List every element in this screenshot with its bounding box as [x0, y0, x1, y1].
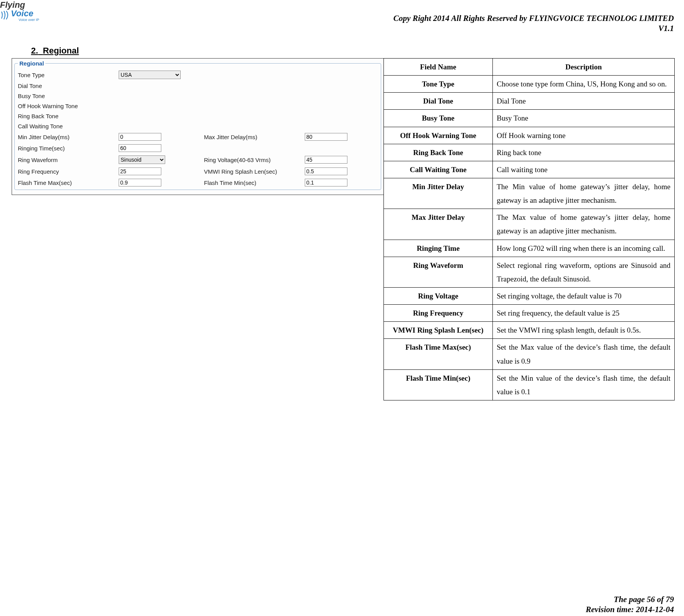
label-max-jitter: Max Jitter Delay(ms)	[204, 134, 305, 140]
label-call-waiting: Call Waiting Tone	[18, 123, 119, 129]
table-head-desc: Description	[493, 59, 675, 76]
table-row: Ring Back ToneRing back tone	[384, 144, 675, 161]
table-row: Busy ToneBusy Tone	[384, 110, 675, 127]
label-tone-type: Tone Type	[18, 72, 119, 78]
sound-wave-icon	[1, 11, 12, 20]
table-row: Tone TypeChoose tone type form China, US…	[384, 76, 675, 93]
page-number: The page 56 of 79	[586, 594, 674, 604]
input-min-jitter[interactable]	[119, 133, 161, 141]
table-row: Ring WaveformSelect regional ring wavefo…	[384, 257, 675, 287]
label-vmwi: VMWI Ring Splash Len(sec)	[204, 168, 305, 175]
label-flash-min: Flash Time Min(sec)	[204, 179, 305, 186]
table-head-field: Field Name	[384, 59, 493, 76]
label-ring-waveform: Ring Waveform	[18, 157, 119, 163]
label-ring-frequency: Ring Frequency	[18, 168, 119, 175]
input-ring-voltage[interactable]	[305, 156, 347, 164]
label-ringing-time: Ringing Time(sec)	[18, 145, 119, 152]
select-ring-waveform[interactable]: Sinusoid	[119, 155, 165, 164]
table-row: Dial ToneDial Tone	[384, 93, 675, 110]
input-ringing-time[interactable]	[119, 144, 161, 152]
table-row: Off Hook Warning ToneOff Hook warning to…	[384, 127, 675, 144]
field-description-table: Field Name Description Tone TypeChoose t…	[383, 58, 675, 400]
input-flash-min[interactable]	[305, 179, 347, 186]
page-footer: The page 56 of 79 Revision time: 2014-12…	[586, 594, 674, 615]
logo-subtext: Voice over IP	[19, 18, 54, 22]
input-vmwi[interactable]	[305, 167, 347, 175]
logo-text-2: Voice	[11, 9, 54, 19]
select-tone-type[interactable]: USA	[119, 71, 181, 79]
copyright-text: Copy Right 2014 All Rights Reserved by F…	[393, 13, 674, 23]
input-max-jitter[interactable]	[305, 133, 347, 141]
revision-time: Revision time: 2014-12-04	[586, 604, 674, 614]
regional-settings-screenshot: Regional Tone Type USA Dial Tone Busy To…	[12, 58, 384, 195]
page-header: Copy Right 2014 All Rights Reserved by F…	[393, 13, 674, 34]
table-row: Ring VoltageSet ringing voltage, the def…	[384, 287, 675, 304]
regional-fieldset: Regional Tone Type USA Dial Tone Busy To…	[14, 60, 381, 190]
input-ring-frequency[interactable]	[119, 167, 161, 175]
table-row: VMWI Ring Splash Len(sec)Set the VMWI ri…	[384, 322, 675, 339]
fieldset-legend: Regional	[18, 60, 45, 67]
label-busy-tone: Busy Tone	[18, 93, 119, 99]
table-row: Call Waiting ToneCall waiting tone	[384, 161, 675, 178]
label-dial-tone: Dial Tone	[18, 83, 119, 89]
label-min-jitter: Min Jitter Delay(ms)	[18, 134, 119, 140]
input-flash-max[interactable]	[119, 179, 161, 186]
table-row: Ring FrequencySet ring frequency, the de…	[384, 305, 675, 322]
version-text: V1.1	[393, 23, 674, 33]
section-title: Regional	[43, 46, 79, 55]
table-row: Max Jitter DelayThe Max value of home ga…	[384, 209, 675, 240]
brand-logo: Flying Voice Voice over IP	[0, 0, 54, 27]
table-row: Min Jitter DelayThe Min value of home ga…	[384, 178, 675, 209]
label-flash-max: Flash Time Max(sec)	[18, 179, 119, 186]
table-row: Ringing TimeHow long G702 will ring when…	[384, 240, 675, 257]
table-row: Flash Time Min(sec)Set the Min value of …	[384, 369, 675, 400]
table-row: Flash Time Max(sec)Set the Max value of …	[384, 339, 675, 369]
section-number: 2.	[31, 46, 38, 55]
section-heading: 2. Regional	[31, 46, 79, 56]
label-ring-voltage: Ring Voltage(40-63 Vrms)	[204, 157, 305, 163]
label-off-hook: Off Hook Warning Tone	[18, 103, 119, 109]
label-ring-back: Ring Back Tone	[18, 113, 119, 119]
